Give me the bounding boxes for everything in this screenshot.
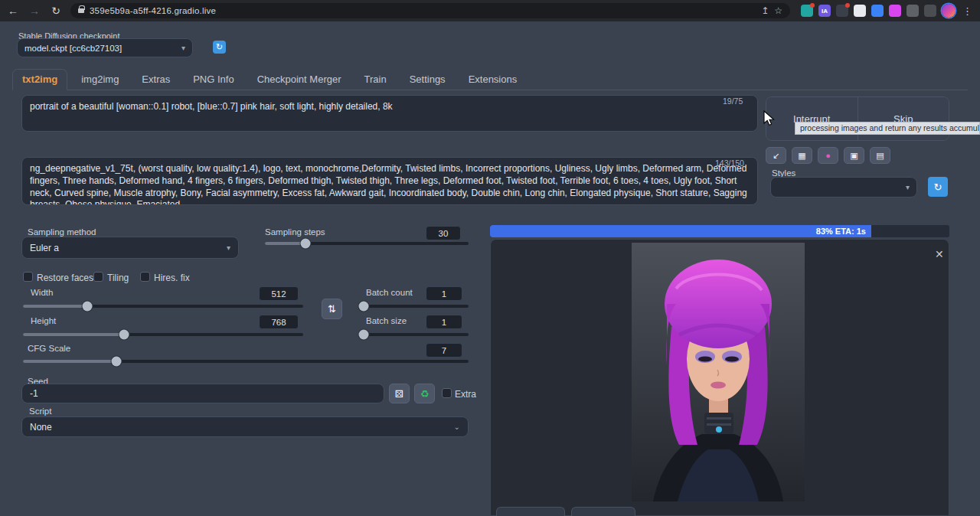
tab-extensions[interactable]: Extensions [459,70,527,90]
batch-count-slider[interactable] [358,305,469,308]
prompt-input[interactable]: portrait of a beautiful [woman::0.1] rob… [21,95,758,132]
slider-handle[interactable] [301,239,311,249]
reuse-seed-recycle-icon[interactable]: ♻ [414,384,435,403]
sampling-method-label: Sampling method [28,227,96,237]
swap-width-height-button[interactable]: ⇅ [322,299,342,319]
checkpoint-value: model.ckpt [cc6cb27103] [24,44,122,53]
height-slider[interactable] [23,333,303,336]
close-preview-icon[interactable]: ✕ [935,248,944,260]
seed-extra-label: Extra [455,389,476,400]
batch-size-value[interactable] [426,315,462,329]
extension-icon-light[interactable] [854,5,866,17]
notification-badge [810,3,815,8]
height-label: Height [31,316,56,325]
address-bar[interactable]: 359e5b9a-a5ff-4216.gradio.live ↥ ☆ [70,3,790,18]
height-value[interactable] [259,315,299,329]
tab-img2img[interactable]: img2img [72,70,128,90]
browser-chrome: ← → ↻ 359e5b9a-a5ff-4216.gradio.live ↥ ☆… [0,0,980,21]
checkpoint-dropdown[interactable]: model.ckpt [cc6cb27103] ▾ [17,38,193,57]
extension-toolbar: IA ⋮ [801,4,974,18]
restore-faces-checkbox[interactable] [23,272,33,282]
slider-handle[interactable] [119,330,129,340]
stable-diffusion-webui: Stable Diffusion checkpoint model.ckpt [… [0,21,980,516]
tab-train[interactable]: Train [355,70,396,90]
progress-text: 83% ETA: 1s [816,225,866,237]
sampling-steps-label: Sampling steps [265,227,325,237]
tab-png-info[interactable]: PNG Info [184,70,243,90]
progress-bar: 83% ETA: 1s [490,225,949,237]
notification-badge [845,3,850,8]
side-panel-icon[interactable] [924,5,936,17]
hires-fix-label: Hires. fix [154,273,190,283]
share-icon[interactable]: ↥ [761,5,769,16]
back-icon[interactable]: ← [6,5,20,17]
forward-icon[interactable]: → [28,5,41,17]
batch-count-value[interactable] [426,286,462,301]
prompt-tool-buttons: ↙ ▦ ● ▣ ▤ [766,147,890,164]
clear-prompt-icon[interactable]: ▦ [792,147,812,164]
tiling-label: Tiling [107,273,129,283]
tab-settings[interactable]: Settings [400,70,455,90]
chevron-down-icon: ▾ [906,183,910,191]
width-label: Width [31,288,53,297]
extension-icon-pink[interactable] [889,5,901,17]
progress-fill: 83% ETA: 1s [490,225,871,237]
slider-handle[interactable] [83,302,93,312]
sampling-steps-value[interactable] [426,226,461,240]
mouse-cursor [761,110,778,127]
cfg-scale-label: CFG Scale [28,344,70,353]
main-tabs: txt2img img2img Extras PNG Info Checkpoi… [12,70,968,90]
hires-fix-checkbox[interactable] [140,272,150,282]
restore-faces-label: Restore faces [37,273,93,283]
bookmark-star-icon[interactable]: ☆ [774,5,782,16]
extension-icon-blue[interactable] [871,5,884,17]
batch-count-label: Batch count [366,288,413,297]
sampling-method-dropdown[interactable]: Euler a ▾ [21,237,239,259]
chevron-down-icon: ▾ [227,243,230,252]
read-generation-params-icon[interactable]: ↙ [766,147,786,164]
seed-input[interactable] [21,384,384,403]
styles-dropdown[interactable]: ▾ [770,177,917,198]
reload-icon[interactable]: ↻ [49,5,63,17]
script-label: Script [29,407,51,416]
script-value: None [30,422,52,433]
profile-avatar[interactable] [942,4,956,18]
tab-checkpoint-merger[interactable]: Checkpoint Merger [248,70,351,90]
extension-icon-ia[interactable]: IA [818,5,831,17]
interrupt-tooltip: processing images and return any results… [795,122,980,135]
tab-txt2img[interactable]: txt2img [12,69,67,90]
refresh-styles-button[interactable]: ↻ [928,177,948,197]
save-button[interactable] [496,507,565,516]
send-to-button[interactable] [571,507,635,516]
prompt-token-counter: 19/75 [723,96,743,106]
refresh-checkpoints-button[interactable]: ↻ [213,41,226,54]
slider-handle[interactable] [112,357,122,367]
extension-icon-dark[interactable] [836,5,848,17]
width-value[interactable] [259,286,299,301]
tiling-checkbox[interactable] [93,272,103,282]
extension-icon-teal[interactable] [801,5,813,17]
seed-extra-checkbox[interactable] [442,388,452,398]
apply-style-icon[interactable]: ▣ [844,147,864,164]
negative-token-counter: 143/150 [715,158,744,168]
slider-handle[interactable] [359,302,369,312]
slider-handle[interactable] [359,330,369,340]
sampling-method-value: Euler a [30,243,59,253]
extra-networks-icon[interactable]: ● [818,147,838,164]
save-style-icon[interactable]: ▤ [870,147,890,164]
batch-size-slider[interactable] [358,333,469,336]
tab-extras[interactable]: Extras [132,70,179,90]
chevron-down-icon: ⌄ [454,423,460,431]
width-slider[interactable] [23,305,303,308]
random-seed-dice-icon[interactable]: ⚄ [389,384,410,403]
browser-menu-icon[interactable]: ⋮ [961,5,974,17]
extensions-puzzle-icon[interactable] [906,5,919,17]
cfg-scale-value[interactable] [426,343,462,358]
negative-prompt-input[interactable]: ng_deepnegative_v1_75t, (worst quality, … [21,157,758,205]
cfg-scale-slider[interactable] [23,360,469,363]
generated-image-portrait [632,243,805,501]
url-text: 359e5b9a-a5ff-4216.gradio.live [90,6,756,15]
sampling-steps-slider[interactable] [265,242,469,245]
script-dropdown[interactable]: None ⌄ [21,416,469,437]
batch-size-label: Batch size [366,316,407,325]
